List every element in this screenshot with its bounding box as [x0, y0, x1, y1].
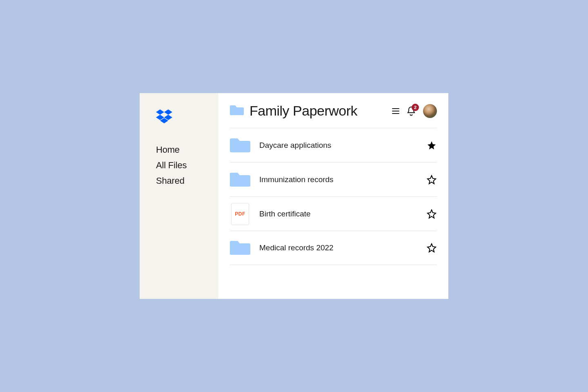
pdf-file-icon: PDF: [230, 203, 250, 225]
file-name: Immunization records: [259, 175, 417, 184]
dropbox-logo-icon[interactable]: [156, 109, 218, 125]
folder-icon: [230, 105, 244, 118]
svg-marker-0: [156, 109, 164, 115]
list-item[interactable]: Medical records 2022: [230, 231, 437, 265]
file-list: Daycare applications Immunization record…: [230, 128, 437, 265]
pdf-label: PDF: [231, 203, 249, 225]
sidebar-item-shared[interactable]: Shared: [156, 176, 218, 186]
star-outline-icon[interactable]: [426, 243, 437, 253]
star-outline-icon[interactable]: [426, 209, 437, 219]
list-item[interactable]: PDF Birth certificate: [230, 196, 437, 231]
sidebar: Home All Files Shared: [140, 93, 218, 299]
list-item[interactable]: Immunization records: [230, 162, 437, 196]
header-actions: 2: [392, 104, 437, 118]
sidebar-item-home[interactable]: Home: [156, 145, 218, 155]
main-panel: Family Paperwork 2: [218, 93, 448, 299]
svg-marker-1: [164, 109, 172, 115]
folder-icon: [230, 172, 250, 188]
page-header: Family Paperwork 2: [230, 103, 437, 128]
folder-icon: [230, 240, 250, 256]
file-name: Birth certificate: [259, 209, 417, 218]
page-title: Family Paperwork: [249, 103, 386, 119]
folder-icon: [230, 137, 250, 154]
notifications-bell-icon[interactable]: 2: [407, 106, 416, 116]
menu-icon[interactable]: [392, 108, 399, 114]
avatar[interactable]: [423, 104, 437, 118]
file-name: Medical records 2022: [259, 243, 417, 252]
file-name: Daycare applications: [259, 141, 417, 150]
sidebar-item-all-files[interactable]: All Files: [156, 160, 218, 171]
app-window: Home All Files Shared Family Paperwork: [140, 93, 448, 299]
list-item[interactable]: Daycare applications: [230, 128, 437, 162]
star-icon[interactable]: [426, 140, 437, 150]
star-outline-icon[interactable]: [426, 175, 437, 185]
notification-badge: 2: [412, 104, 419, 111]
